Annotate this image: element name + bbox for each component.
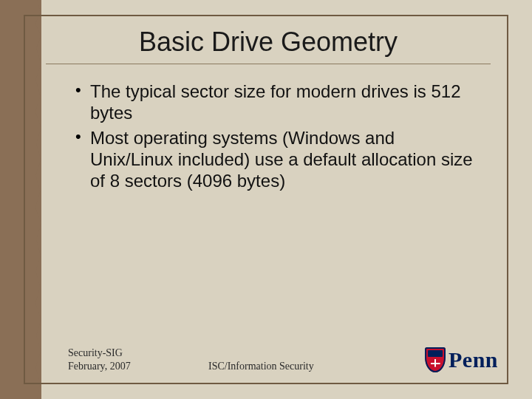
list-item: The typical sector size for modern drive…	[75, 81, 476, 124]
bullet-list: The typical sector size for modern drive…	[75, 81, 498, 191]
slide-footer: Security-SIG February, 2007 ISC/Informat…	[68, 347, 498, 372]
list-item: Most operating systems (Windows and Unix…	[75, 127, 476, 192]
slide-title: Basic Drive Geometry	[38, 27, 498, 58]
title-underline	[46, 64, 491, 64]
footer-left: Security-SIG February, 2007	[68, 347, 201, 372]
footer-right: Penn	[391, 347, 498, 372]
footer-date: February, 2007	[68, 360, 201, 373]
penn-logo: Penn	[425, 347, 498, 372]
penn-wordmark: Penn	[449, 347, 498, 372]
slide: Basic Drive Geometry The typical sector …	[0, 0, 532, 399]
penn-shield-icon	[425, 347, 446, 372]
footer-org: Security-SIG	[68, 347, 201, 360]
footer-center: ISC/Information Security	[201, 361, 391, 372]
